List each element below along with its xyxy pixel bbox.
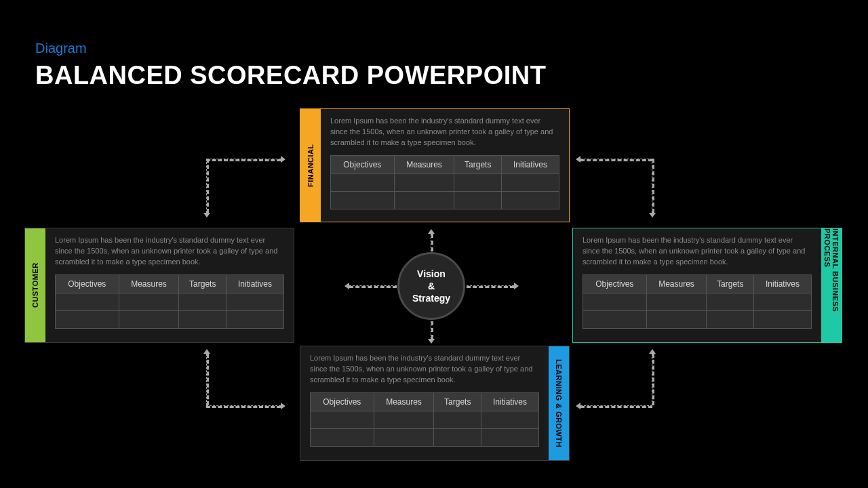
col-initiatives: Initiatives: [226, 274, 284, 293]
customer-tab: CUSTOMER: [25, 228, 45, 342]
col-objectives: Objectives: [311, 392, 374, 411]
slide: Diagram BALANCED SCORECARD POWERPOINT FI…: [0, 0, 868, 488]
internal-tab: INTERNAL BUSINESS PROCESS: [821, 228, 842, 342]
col-initiatives: Initiatives: [502, 155, 559, 174]
internal-table: Objectives Measures Targets Initiatives: [583, 274, 812, 329]
customer-content: Lorem Ipsum has been the industry's stan…: [45, 228, 294, 342]
learning-desc: Lorem Ipsum has been the industry's stan…: [310, 353, 539, 386]
hub-line2: &: [428, 281, 435, 291]
hub-line3: Strategy: [412, 293, 450, 304]
learning-panel: Lorem Ipsum has been the industry's stan…: [300, 346, 570, 461]
financial-table: Objectives Measures Targets Initiatives: [330, 155, 559, 209]
internal-panel: Lorem Ipsum has been the industry's stan…: [572, 228, 842, 343]
slide-subtitle: Diagram: [35, 41, 87, 56]
slide-title: BALANCED SCORECARD POWERPOINT: [35, 61, 546, 90]
col-targets: Targets: [179, 274, 226, 293]
col-measures: Measures: [394, 155, 454, 174]
financial-panel: FINANCIAL Lorem Ipsum has been the indus…: [300, 108, 570, 222]
customer-desc: Lorem Ipsum has been the industry's stan…: [55, 235, 284, 268]
learning-tab: LEARNING & GROWTH: [549, 346, 569, 460]
internal-content: Lorem Ipsum has been the industry's stan…: [573, 228, 821, 342]
financial-tab: FINANCIAL: [300, 109, 321, 222]
learning-table: Objectives Measures Targets Initiatives: [310, 392, 539, 447]
col-initiatives: Initiatives: [754, 274, 812, 293]
customer-panel: CUSTOMER Lorem Ipsum has been the indust…: [24, 228, 294, 343]
internal-desc: Lorem Ipsum has been the industry's stan…: [583, 235, 812, 268]
vision-strategy-hub: Vision & Strategy: [397, 252, 465, 320]
col-measures: Measures: [119, 274, 179, 293]
col-targets: Targets: [454, 155, 502, 174]
customer-table: Objectives Measures Targets Initiatives: [55, 274, 284, 329]
learning-content: Lorem Ipsum has been the industry's stan…: [300, 346, 549, 460]
financial-content: Lorem Ipsum has been the industry's stan…: [321, 109, 569, 222]
col-measures: Measures: [374, 392, 434, 411]
col-targets: Targets: [707, 274, 754, 293]
col-objectives: Objectives: [331, 155, 395, 174]
hub-line1: Vision: [417, 268, 446, 279]
col-objectives: Objectives: [583, 274, 647, 293]
col-targets: Targets: [434, 392, 481, 411]
col-objectives: Objectives: [56, 274, 119, 293]
hub-text: Vision & Strategy: [412, 268, 450, 305]
col-measures: Measures: [646, 274, 707, 293]
col-initiatives: Initiatives: [481, 392, 539, 411]
financial-desc: Lorem Ipsum has been the industry's stan…: [330, 116, 559, 148]
